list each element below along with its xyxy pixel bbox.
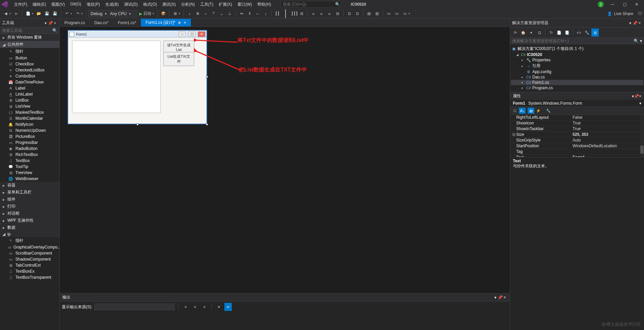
misc-btn[interactable]: ▭ [393,10,400,18]
toolbox-group[interactable]: ▸数据 [0,224,59,231]
toolbox-item[interactable]: ⊞TabControlExt [0,262,59,268]
menu-item[interactable]: 编辑(E) [30,0,49,9]
output-tool-btn[interactable]: ≡ [201,303,208,311]
toolbox-item[interactable]: ↖指针 [0,237,59,244]
misc-btn[interactable]: ▭▾ [401,10,411,18]
listview-control[interactable] [72,41,161,113]
run-button[interactable]: ▶启动▾ [138,10,155,18]
redo-button[interactable]: ↷▾ [74,10,84,18]
space-btn[interactable]: ⇔ [238,10,245,18]
toolbox-item[interactable]: ▭GraphicalOverlayCompo... [0,244,59,250]
center-btn[interactable]: ⊡ [345,10,353,18]
toolbox-item[interactable]: ⌷TextBoxTransparent [0,274,59,280]
toolbox-item[interactable]: A̲LinkLabel [0,91,59,97]
hspace-btn[interactable]: ┃┃┃ [290,10,297,18]
save-all-button[interactable]: 💾 [51,10,59,18]
search-icon[interactable]: 🔍 [334,2,340,7]
form-designer[interactable]: ▭ Form1 – ▢ ✕ 读Txt文件生成List List生成TXt文件 [60,27,510,293]
dropdown-icon[interactable]: ▾ [640,39,642,43]
order-btn[interactable]: ▤ [365,10,373,18]
toolbox-item[interactable]: ↖指针 [0,48,59,55]
toolbox-tree[interactable]: ▸所有 Windows 窗体◢公共控件↖指针▭Button☑CheckBox≡C… [0,34,59,330]
chevron-right-icon[interactable]: ▸ [2,190,5,195]
solution-search[interactable]: 🔍 ▾ [510,38,644,44]
menu-item[interactable]: 生成(B) [103,0,121,9]
liveshare-icon[interactable]: 👤 [607,11,612,16]
sol-tool-btn[interactable]: 📑 [564,29,571,37]
form-window[interactable]: ▭ Form1 – ▢ ✕ 读Txt文件生成List List生成TXt文件 [68,30,207,124]
close-icon[interactable]: × [639,94,641,99]
property-row[interactable]: RightToLeftLayoutFalse [510,115,644,120]
toolbox-group[interactable]: ▸菜单和工具栏 [0,189,59,196]
property-value[interactable]: True [571,120,644,126]
sol-tool-btn[interactable]: ⊡ [536,29,543,37]
form-client-area[interactable]: 读Txt文件生成List List生成TXt文件 [68,38,207,124]
toolbox-item[interactable]: 🌐WebBrowser [0,176,59,182]
new-item-button[interactable]: 📄▾ [24,10,35,18]
toolbox-item[interactable]: ☑CheckBox [0,61,59,67]
tool-btn-1[interactable]: 📦 [160,10,167,18]
pin-icon[interactable]: 📌 [633,21,637,25]
pin-icon[interactable]: 📌 [48,21,53,25]
toolbox-item[interactable]: (.)MaskedTextBox [0,109,59,115]
solution-node[interactable]: ⚙App.config [511,69,643,74]
output-tool-btn[interactable]: ≡ [182,303,189,311]
solution-root[interactable]: ▣ 解决方案"IC00520"(1 个项目/共 1 个) [511,46,643,52]
center-btn[interactable]: ⊡ [354,10,361,18]
nav-fwd-button[interactable]: ▶ [13,10,20,18]
space-btn[interactable]: ↕ [262,10,269,18]
events-btn[interactable]: ⚡ [535,108,542,114]
hspace-btn[interactable]: ┃ ┃ [282,10,289,18]
dropdown-icon[interactable]: ▾ [43,21,48,25]
chevron-down-icon[interactable]: ◢ [2,232,5,236]
project-node[interactable]: ◢ C# IC00520 [511,52,643,57]
categorized-btn[interactable]: ☷ [512,108,518,114]
menu-item[interactable]: 文件(F) [11,0,30,9]
toolbox-search[interactable]: 🔍 [0,28,59,34]
menu-item[interactable]: 窗口(W) [235,0,255,9]
menu-item[interactable]: Git(G) [67,0,84,9]
chevron-right-icon[interactable]: ▸ [522,86,525,90]
nav-back-button[interactable]: ◀▾ [2,10,12,18]
vspace-btn[interactable]: ⊟ [334,10,341,18]
solution-tree[interactable]: ▣ 解决方案"IC00520"(1 个项目/共 1 个) ◢ C# IC0052… [510,44,644,92]
config-combo[interactable]: Debug [88,10,107,17]
menu-item[interactable]: 测试(S) [160,0,178,9]
hspace-btn[interactable]: ⊟ [298,10,305,18]
dropdown-icon[interactable]: ▾ [628,21,633,25]
close-icon[interactable]: × [637,21,642,25]
solution-node[interactable]: ▸C#Form1.cs [511,80,643,85]
property-value[interactable]: WindowsDefaultLocation [571,143,644,149]
order-btn[interactable]: ▥ [373,10,381,18]
toolbox-item[interactable]: ≣ListBox [0,97,59,103]
editor-tab[interactable]: Dao.cs* [90,19,113,26]
solution-node[interactable]: ▸▫引用 [511,63,643,69]
pin-icon[interactable]: 📌 [634,94,639,99]
chevron-right-icon[interactable]: ▸ [522,75,525,79]
toolbox-group[interactable]: ▸WPF 互操作性 [0,217,59,224]
sol-tool-btn[interactable]: 🏠 [520,29,527,37]
chevron-down-icon[interactable]: ◢ [2,42,5,47]
vspace-btn[interactable]: ≡ [318,10,325,18]
toolbox-group[interactable]: ▸容器 [0,182,59,189]
solution-node[interactable]: ▸C#Dao.cs [511,74,643,80]
sol-tool-btn[interactable]: ▾ [528,29,535,37]
sol-tool-btn[interactable]: 📄 [555,29,563,37]
toolbox-item[interactable]: ⧉NumericUpDown [0,127,59,133]
form-close-button[interactable]: ✕ [198,32,205,37]
property-row[interactable]: SizeGripStyleAuto [510,138,644,143]
properties-grid[interactable]: RightToLeftLayoutFalseShowIconTrueShowIn… [510,115,644,157]
align-btn[interactable]: ⫟ [202,10,209,18]
alphabetical-btn[interactable]: A↓ [519,108,526,114]
editor-tab[interactable]: Program.cs [60,19,90,26]
toolbox-item[interactable]: ▭ScrollbarComponent [0,250,59,256]
pin-icon[interactable]: ⊕ [178,21,181,24]
menu-item[interactable]: 格式(O) [141,0,160,9]
menu-item[interactable]: 分析(N) [178,0,198,9]
vspace-btn[interactable]: ≡ [310,10,317,18]
toolbox-item[interactable]: ▭ProgressBar [0,140,59,146]
save-button[interactable]: 💾 [43,10,51,18]
space-btn[interactable]: ⇕ [246,10,253,18]
sol-tool-btn[interactable]: ⊟ [591,29,599,37]
minimize-button[interactable]: — [606,0,619,9]
